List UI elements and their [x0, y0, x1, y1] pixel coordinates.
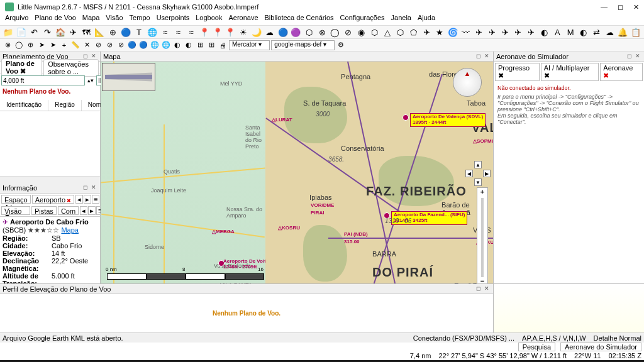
toolbar1-btn-16[interactable]: 📍: [212, 26, 223, 38]
toolbar1-btn-12[interactable]: ≈: [160, 26, 171, 38]
toolbar1-btn-31[interactable]: ⬠: [408, 26, 419, 38]
pan-up[interactable]: ▲: [474, 161, 482, 168]
toolbar2-btn-14[interactable]: 🌐: [161, 40, 171, 50]
map-settings-icon[interactable]: ⚙: [336, 40, 346, 50]
toolbar1-btn-20[interactable]: ☁: [264, 26, 275, 38]
toolbar1-btn-2[interactable]: ↶: [29, 26, 40, 38]
toolbar1-btn-30[interactable]: ⬡: [395, 26, 406, 38]
toolbar1-btn-36[interactable]: ✈: [474, 26, 485, 38]
toolbar1-btn-9[interactable]: 🔵: [120, 26, 131, 38]
toolbar1-btn-21[interactable]: 🔵: [277, 26, 289, 38]
alt-spinner[interactable]: ▴▾: [87, 77, 94, 84]
close-button[interactable]: ✕: [633, 3, 639, 11]
tab-search[interactable]: Pesquisa: [518, 343, 555, 351]
toolbar2-btn-3[interactable]: ➤: [36, 40, 47, 50]
subtab-next[interactable]: ▸: [88, 206, 96, 215]
toolbar2-btn-0[interactable]: ⊗: [3, 40, 13, 50]
toolbar2-btn-5[interactable]: +: [59, 40, 69, 50]
toolbar1-btn-41[interactable]: ◐: [539, 26, 550, 38]
toolbar1-btn-19[interactable]: 🌙: [251, 26, 262, 38]
toolbar1-btn-28[interactable]: ⬡: [369, 26, 380, 38]
toolbar2-btn-19[interactable]: 🖨: [218, 40, 228, 50]
menu-tempo[interactable]: Tempo: [130, 14, 150, 25]
plan-scrollbar[interactable]: [0, 176, 100, 184]
tab-progress[interactable]: Progresso ✖: [495, 63, 540, 81]
toolbar1-btn-23[interactable]: ⬡: [303, 26, 314, 38]
subtab-overview[interactable]: Visão Geral: [1, 206, 30, 215]
toolbar1-btn-25[interactable]: ◯: [330, 26, 341, 38]
toolbar2-btn-9[interactable]: ⊘: [104, 40, 114, 50]
panel-float-button[interactable]: ◻: [81, 184, 89, 192]
toolbar2-btn-16[interactable]: ◐: [184, 40, 194, 50]
toolbar1-btn-48[interactable]: 📋: [630, 26, 641, 38]
panel-float-button[interactable]: ◻: [474, 285, 482, 293]
maximize-button[interactable]: ◻: [618, 3, 623, 11]
toolbar1-btn-5[interactable]: ✈: [68, 26, 79, 38]
tab-next[interactable]: ▸: [84, 195, 91, 204]
toolbar1-btn-10[interactable]: T: [133, 26, 145, 38]
toolbar1-btn-15[interactable]: 📍: [199, 26, 210, 38]
toolbar1-btn-13[interactable]: ≈: [172, 26, 184, 38]
toolbar1-btn-11[interactable]: 🌐: [147, 26, 158, 38]
toolbar1-btn-39[interactable]: ✈: [513, 26, 524, 38]
toolbar2-btn-8[interactable]: ⊘: [93, 40, 103, 50]
menu-ajuda[interactable]: Ajuda: [418, 14, 435, 25]
menu-userpoints[interactable]: Userpoints: [157, 14, 190, 25]
menu-arquivo[interactable]: Arquivo: [5, 14, 28, 25]
toolbar1-btn-14[interactable]: ≈: [186, 26, 197, 38]
menu-janela[interactable]: Janela: [391, 14, 411, 25]
menu-configurações[interactable]: Configurações: [340, 14, 385, 25]
toolbar2-btn-2[interactable]: ⊕: [25, 40, 35, 50]
pan-pad[interactable]: ▲ ▼ ◀ ▶: [465, 161, 491, 186]
minimap[interactable]: [102, 63, 155, 91]
toolbar2-btn-15[interactable]: ◐: [172, 40, 182, 50]
toolbar1-btn-37[interactable]: ✈: [486, 26, 497, 38]
toolbar1-btn-46[interactable]: ☁: [604, 26, 616, 38]
panel-float-button[interactable]: ◻: [625, 53, 633, 60]
toolbar1-btn-45[interactable]: ⇄: [591, 26, 602, 38]
panel-close-button[interactable]: ✕: [483, 285, 491, 293]
toolbar1-btn-40[interactable]: ✈: [526, 26, 537, 38]
toolbar2-btn-7[interactable]: ✕: [82, 40, 92, 50]
toolbar1-btn-38[interactable]: ✈: [499, 26, 511, 38]
menu-logbook[interactable]: Logbook: [196, 14, 222, 25]
tab-airport[interactable]: Aeroporto: [32, 195, 74, 204]
subtab-prev[interactable]: ◂: [80, 206, 87, 215]
menu-mapa[interactable]: Mapa: [82, 14, 100, 25]
tab-aircraft[interactable]: Aeronave ✖: [600, 63, 643, 81]
toolbar1-btn-1[interactable]: 📄: [16, 26, 27, 38]
toolbar2-btn-18[interactable]: ⊞: [206, 40, 216, 50]
menu-visão[interactable]: Visão: [106, 14, 123, 25]
toolbar1-btn-47[interactable]: 🔔: [617, 26, 628, 38]
toolbar1-btn-43[interactable]: M: [565, 26, 576, 38]
menu-plano de voo[interactable]: Plano de Voo: [35, 14, 75, 25]
toolbar2-btn-17[interactable]: ⊞: [195, 40, 205, 50]
toolbar1-btn-35[interactable]: 〰: [460, 26, 472, 38]
toolbar1-btn-33[interactable]: ★: [434, 26, 445, 38]
toolbar1-btn-34[interactable]: 🌀: [447, 26, 458, 38]
toolbar2-btn-6[interactable]: 📏: [70, 40, 80, 50]
menu-biblioteca de cenários[interactable]: Biblioteca de Cenários: [265, 14, 334, 25]
tab-sim-aircraft[interactable]: Aeronave do Simulador: [560, 343, 641, 351]
toolbar1-btn-4[interactable]: 🏠: [55, 26, 66, 38]
panel-close-button[interactable]: ✕: [634, 53, 641, 60]
tab-prev[interactable]: ◂: [75, 195, 83, 204]
toolbar1-btn-42[interactable]: A: [552, 26, 563, 38]
toolbar1-btn-44[interactable]: ◐: [578, 26, 589, 38]
toolbar2-btn-12[interactable]: 🔵: [138, 40, 148, 50]
minimize-button[interactable]: —: [601, 3, 608, 11]
tab-ai[interactable]: AI / Multiplayer ✖: [541, 63, 599, 81]
combo1[interactable]: Mercator ▾: [229, 40, 270, 50]
tab-menu[interactable]: ≡: [92, 195, 99, 204]
toolbar1-btn-6[interactable]: 🗺: [81, 26, 92, 38]
zoom-in-button[interactable]: +: [477, 188, 487, 198]
altitude-input[interactable]: [1, 75, 85, 85]
toolbar2-btn-13[interactable]: 🌐: [150, 40, 160, 50]
pan-down[interactable]: ▼: [474, 178, 482, 186]
toolbar1-btn-32[interactable]: ✈: [421, 26, 433, 38]
toolbar1-btn-27[interactable]: ◉: [356, 26, 367, 38]
menu-aeronave[interactable]: Aeronave: [228, 14, 258, 25]
panel-close-button[interactable]: ✕: [90, 184, 97, 192]
panel-float-button[interactable]: ◻: [474, 53, 482, 60]
panel-close-button[interactable]: ✕: [483, 53, 491, 60]
